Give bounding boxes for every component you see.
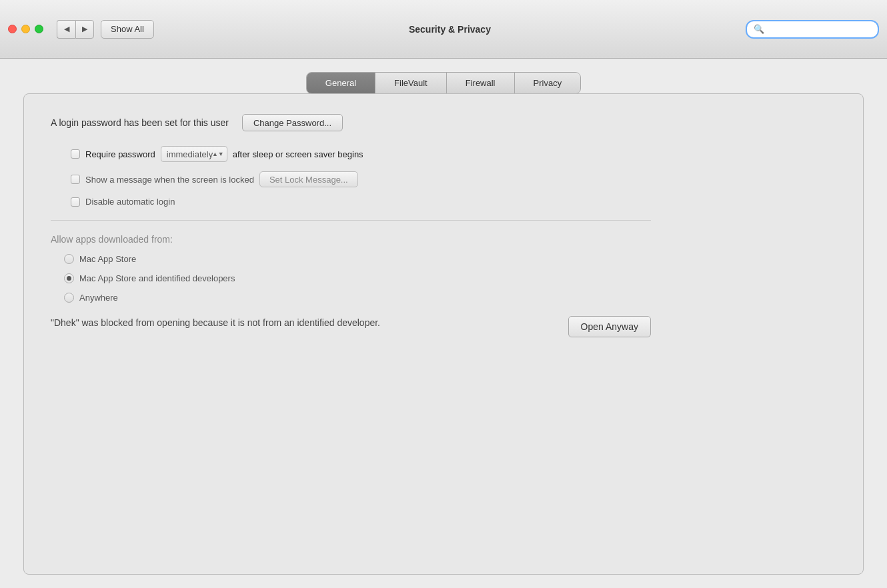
open-anyway-button[interactable]: Open Anyway (568, 316, 651, 337)
tab-filevault[interactable]: FileVault (375, 73, 447, 93)
password-label: A login password has been set for this u… (51, 117, 229, 128)
radio-anywhere-label: Anywhere (79, 293, 118, 303)
window-title: Security & Privacy (161, 24, 739, 35)
tab-privacy[interactable]: Privacy (515, 73, 581, 93)
maximize-button[interactable] (35, 25, 43, 33)
disable-login-row: Disable automatic login (71, 197, 651, 207)
require-password-label: Require password (85, 149, 155, 159)
blocked-section: "Dhek" was blocked from opening because … (51, 316, 651, 337)
disable-login-label: Disable automatic login (85, 197, 175, 207)
show-message-checkbox[interactable] (71, 175, 80, 184)
search-icon: 🔍 (754, 24, 764, 34)
search-box[interactable]: 🔍 (746, 20, 879, 39)
window-controls (8, 25, 43, 33)
tab-bar: General FileVault Firewall Privacy (306, 72, 581, 94)
forward-button[interactable]: ▶ (75, 20, 94, 39)
options-section: Require password immediately 5 seconds 1… (71, 146, 651, 207)
radio-mac-app-store-label: Mac App Store (79, 254, 136, 264)
radio-anywhere-row: Anywhere (64, 293, 651, 303)
radio-options: Mac App Store Mac App Store and identifi… (64, 254, 651, 303)
require-dropdown[interactable]: immediately 5 seconds 1 minute 5 minutes… (161, 146, 227, 162)
minimize-button[interactable] (21, 25, 30, 33)
change-password-button[interactable]: Change Password... (242, 114, 343, 131)
password-row: A login password has been set for this u… (51, 114, 651, 131)
tab-general[interactable]: General (307, 73, 375, 93)
require-password-row: Require password immediately 5 seconds 1… (71, 146, 651, 162)
radio-mac-app-store-identified[interactable] (64, 273, 74, 283)
radio-mac-app-store[interactable] (64, 254, 74, 264)
tab-firewall[interactable]: Firewall (447, 73, 515, 93)
set-lock-message-button[interactable]: Set Lock Message... (259, 171, 358, 187)
show-message-label: Show a message when the screen is locked (85, 175, 254, 185)
titlebar: ◀ ▶ Show All Security & Privacy 🔍 (0, 0, 887, 59)
back-button[interactable]: ◀ (57, 20, 75, 39)
divider (51, 220, 651, 221)
radio-mac-app-store-identified-row: Mac App Store and identified developers (64, 273, 651, 283)
disable-login-checkbox[interactable] (71, 197, 80, 207)
content-area: General FileVault Firewall Privacy A log… (0, 59, 887, 588)
close-button[interactable] (8, 25, 17, 33)
show-all-button[interactable]: Show All (101, 20, 154, 39)
radio-anywhere[interactable] (64, 293, 74, 303)
nav-buttons: ◀ ▶ (57, 20, 94, 39)
allow-apps-label: Allow apps downloaded from: (51, 234, 651, 245)
window: ◀ ▶ Show All Security & Privacy 🔍 Genera… (0, 0, 887, 588)
panel: A login password has been set for this u… (23, 93, 864, 575)
after-sleep-label: after sleep or screen saver begins (233, 149, 363, 159)
blocked-text: "Dhek" was blocked from opening because … (51, 316, 555, 330)
download-section: Allow apps downloaded from: Mac App Stor… (51, 234, 651, 303)
require-password-checkbox[interactable] (71, 149, 80, 159)
show-message-row: Show a message when the screen is locked… (71, 171, 651, 187)
panel-inner: A login password has been set for this u… (51, 114, 651, 337)
search-input[interactable] (768, 25, 871, 34)
radio-mac-app-store-identified-label: Mac App Store and identified developers (79, 273, 235, 283)
radio-mac-app-store-row: Mac App Store (64, 254, 651, 264)
require-dropdown-wrapper: immediately 5 seconds 1 minute 5 minutes… (161, 146, 227, 162)
